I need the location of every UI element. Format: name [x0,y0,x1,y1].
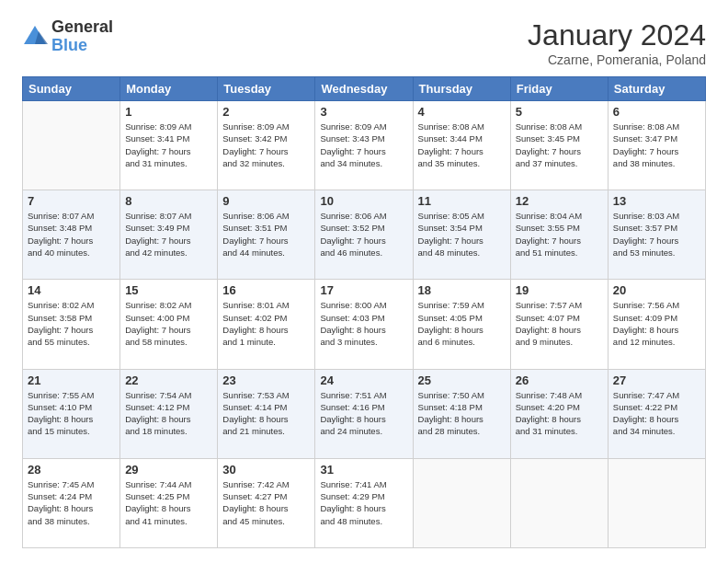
day-number: 20 [613,283,700,297]
day-number: 23 [222,373,310,387]
weekday-header-saturday: Saturday [608,77,705,101]
calendar-cell: 30Sunrise: 7:42 AMSunset: 4:27 PMDayligh… [218,458,315,547]
calendar-cell: 12Sunrise: 8:04 AMSunset: 3:55 PMDayligh… [510,190,608,280]
day-info: Sunrise: 8:09 AMSunset: 3:41 PMDaylight:… [125,121,212,169]
month-title: January 2024 [528,18,706,52]
day-info: Sunrise: 7:55 AMSunset: 4:10 PMDaylight:… [28,389,115,438]
day-number: 1 [125,105,212,119]
title-block: January 2024 Czarne, Pomerania, Poland [528,18,706,67]
calendar-cell: 20Sunrise: 7:56 AMSunset: 4:09 PMDayligh… [608,280,705,369]
calendar-week-row: 1Sunrise: 8:09 AMSunset: 3:41 PMDaylight… [23,101,706,190]
day-info: Sunrise: 8:03 AMSunset: 3:57 PMDaylight:… [613,210,700,259]
day-number: 25 [418,373,506,387]
day-number: 19 [516,283,603,297]
calendar-cell: 10Sunrise: 8:06 AMSunset: 3:52 PMDayligh… [315,190,413,280]
day-number: 10 [320,194,407,208]
day-info: Sunrise: 7:56 AMSunset: 4:09 PMDaylight:… [613,299,700,348]
day-info: Sunrise: 8:05 AMSunset: 3:54 PMDaylight:… [418,210,506,259]
calendar-cell: 25Sunrise: 7:50 AMSunset: 4:18 PMDayligh… [413,369,510,458]
day-info: Sunrise: 7:59 AMSunset: 4:05 PMDaylight:… [418,299,506,348]
day-number: 4 [418,105,506,119]
day-number: 14 [28,283,115,297]
day-info: Sunrise: 8:08 AMSunset: 3:47 PMDaylight:… [613,121,700,169]
logo: General Blue [22,18,113,55]
day-info: Sunrise: 7:44 AMSunset: 4:25 PMDaylight:… [125,478,212,527]
calendar-cell: 22Sunrise: 7:54 AMSunset: 4:12 PMDayligh… [120,369,218,458]
day-info: Sunrise: 8:09 AMSunset: 3:43 PMDaylight:… [320,121,407,169]
calendar-cell: 1Sunrise: 8:09 AMSunset: 3:41 PMDaylight… [120,101,218,190]
calendar-cell: 6Sunrise: 8:08 AMSunset: 3:47 PMDaylight… [608,101,705,190]
day-number: 28 [28,463,115,477]
day-number: 11 [418,194,506,208]
calendar-week-row: 7Sunrise: 8:07 AMSunset: 3:48 PMDaylight… [23,190,706,280]
day-info: Sunrise: 8:07 AMSunset: 3:48 PMDaylight:… [28,210,115,259]
day-number: 31 [320,463,407,477]
calendar-cell [510,458,608,547]
day-info: Sunrise: 8:04 AMSunset: 3:55 PMDaylight:… [516,210,603,259]
logo-text: General Blue [51,18,113,55]
day-number: 26 [516,373,603,387]
calendar-cell: 11Sunrise: 8:05 AMSunset: 3:54 PMDayligh… [413,190,510,280]
calendar-cell [413,458,510,547]
day-info: Sunrise: 7:57 AMSunset: 4:07 PMDaylight:… [516,299,603,348]
day-number: 5 [516,105,603,119]
day-info: Sunrise: 8:09 AMSunset: 3:42 PMDaylight:… [222,121,310,169]
day-info: Sunrise: 8:00 AMSunset: 4:03 PMDaylight:… [320,299,407,348]
day-number: 21 [28,373,115,387]
day-number: 8 [125,194,212,208]
day-info: Sunrise: 7:45 AMSunset: 4:24 PMDaylight:… [28,478,115,527]
day-info: Sunrise: 8:06 AMSunset: 3:52 PMDaylight:… [320,210,407,259]
day-info: Sunrise: 8:06 AMSunset: 3:51 PMDaylight:… [222,210,310,259]
day-info: Sunrise: 8:02 AMSunset: 3:58 PMDaylight:… [28,299,115,348]
calendar-cell: 3Sunrise: 8:09 AMSunset: 3:43 PMDaylight… [315,101,413,190]
day-info: Sunrise: 7:41 AMSunset: 4:29 PMDaylight:… [320,478,407,527]
calendar-cell: 29Sunrise: 7:44 AMSunset: 4:25 PMDayligh… [120,458,218,547]
calendar-cell: 4Sunrise: 8:08 AMSunset: 3:44 PMDaylight… [413,101,510,190]
day-number: 9 [222,194,310,208]
day-number: 29 [125,463,212,477]
day-info: Sunrise: 8:02 AMSunset: 4:00 PMDaylight:… [125,299,212,348]
day-number: 12 [516,194,603,208]
day-number: 3 [320,105,407,119]
day-number: 22 [125,373,212,387]
weekday-header-thursday: Thursday [413,77,510,101]
day-info: Sunrise: 7:51 AMSunset: 4:16 PMDaylight:… [320,389,407,438]
day-number: 2 [222,105,310,119]
day-number: 7 [28,194,115,208]
weekday-header-sunday: Sunday [23,77,120,101]
day-number: 24 [320,373,407,387]
calendar-week-row: 21Sunrise: 7:55 AMSunset: 4:10 PMDayligh… [23,369,706,458]
calendar-cell: 15Sunrise: 8:02 AMSunset: 4:00 PMDayligh… [120,280,218,369]
day-number: 15 [125,283,212,297]
calendar-cell: 5Sunrise: 8:08 AMSunset: 3:45 PMDaylight… [510,101,608,190]
day-info: Sunrise: 8:08 AMSunset: 3:45 PMDaylight:… [516,121,603,169]
day-info: Sunrise: 8:08 AMSunset: 3:44 PMDaylight:… [418,121,506,169]
logo-blue: Blue [51,37,113,55]
weekday-header-wednesday: Wednesday [315,77,413,101]
day-info: Sunrise: 7:48 AMSunset: 4:20 PMDaylight:… [516,389,603,438]
calendar-cell: 2Sunrise: 8:09 AMSunset: 3:42 PMDaylight… [218,101,315,190]
calendar-cell: 14Sunrise: 8:02 AMSunset: 3:58 PMDayligh… [23,280,120,369]
calendar-cell: 24Sunrise: 7:51 AMSunset: 4:16 PMDayligh… [315,369,413,458]
calendar-cell: 17Sunrise: 8:00 AMSunset: 4:03 PMDayligh… [315,280,413,369]
calendar-cell: 18Sunrise: 7:59 AMSunset: 4:05 PMDayligh… [413,280,510,369]
calendar-cell: 7Sunrise: 8:07 AMSunset: 3:48 PMDaylight… [23,190,120,280]
logo-general: General [51,18,113,37]
day-info: Sunrise: 7:42 AMSunset: 4:27 PMDaylight:… [222,478,310,527]
day-number: 6 [613,105,700,119]
calendar-cell: 31Sunrise: 7:41 AMSunset: 4:29 PMDayligh… [315,458,413,547]
day-number: 27 [613,373,700,387]
logo-icon [22,24,48,50]
calendar-cell: 27Sunrise: 7:47 AMSunset: 4:22 PMDayligh… [608,369,705,458]
day-info: Sunrise: 7:54 AMSunset: 4:12 PMDaylight:… [125,389,212,438]
day-number: 17 [320,283,407,297]
page: General Blue January 2024 Czarne, Pomera… [0,0,728,563]
subtitle: Czarne, Pomerania, Poland [528,52,706,67]
calendar-week-row: 14Sunrise: 8:02 AMSunset: 3:58 PMDayligh… [23,280,706,369]
weekday-header-monday: Monday [120,77,218,101]
calendar-week-row: 28Sunrise: 7:45 AMSunset: 4:24 PMDayligh… [23,458,706,547]
day-info: Sunrise: 8:01 AMSunset: 4:02 PMDaylight:… [222,299,310,348]
day-number: 30 [222,463,310,477]
day-info: Sunrise: 8:07 AMSunset: 3:49 PMDaylight:… [125,210,212,259]
calendar-table: SundayMondayTuesdayWednesdayThursdayFrid… [22,76,706,548]
